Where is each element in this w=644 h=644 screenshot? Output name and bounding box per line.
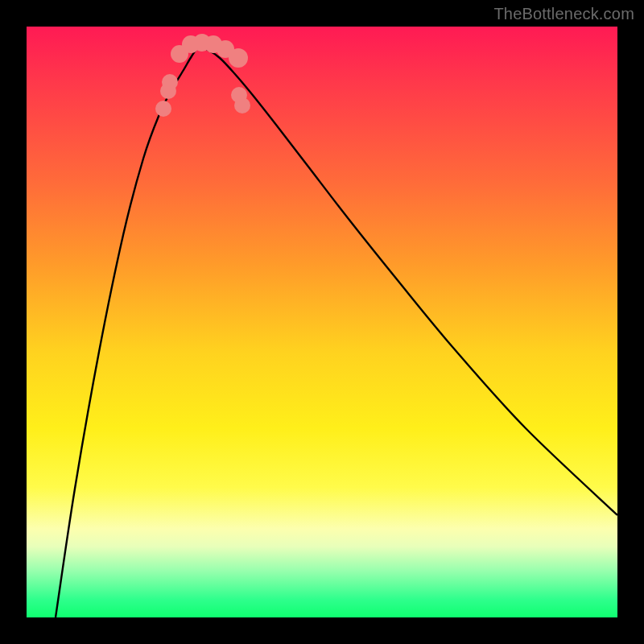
chart-svg [27, 27, 617, 617]
curve-path [56, 47, 617, 617]
data-marker [231, 87, 247, 103]
data-marker [162, 74, 178, 90]
watermark-label: TheBottleneck.com [493, 5, 634, 23]
chart-area [27, 27, 617, 617]
data-marker [229, 48, 248, 68]
data-marker [155, 101, 171, 117]
